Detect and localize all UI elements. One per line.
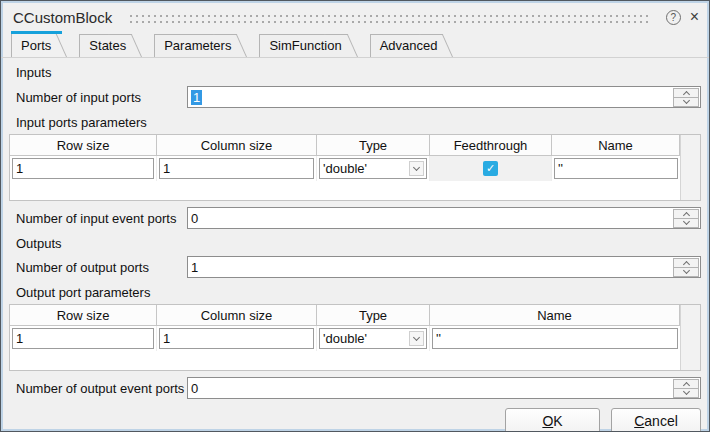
spin-down-button[interactable] [673,218,699,228]
row-size-input[interactable]: 1 [12,158,154,179]
number-of-input-ports-value: 1 [191,90,202,105]
input-ports-table: Row size Column size Type Feedthrough Na… [9,134,701,201]
type-dropdown[interactable]: 'double' [319,328,427,349]
type-dropdown-value: 'double' [320,331,367,346]
table-empty-area [10,351,680,370]
column-header-column-size: Column size [157,135,317,156]
number-of-output-ports-label: Number of output ports [9,260,187,275]
dialog-title: CCustomBlock [13,9,112,26]
chevron-down-icon [413,163,420,170]
dropdown-button[interactable] [409,161,424,176]
help-icon[interactable]: ? [666,10,681,25]
table-scrollbar-gutter [680,135,700,200]
feedthrough-checkbox[interactable]: ✓ [483,161,498,176]
close-icon[interactable]: × [690,10,699,24]
table-row: 1 [10,326,157,351]
chevron-down-icon [682,218,689,225]
spinner [673,88,699,106]
ccustomblock-dialog: CCustomBlock ? × Ports States Parameters… [0,0,710,432]
number-of-input-ports-field[interactable]: 1 [187,86,701,108]
column-header-name: Name [552,135,680,156]
column-header-type: Type [317,305,430,326]
input-ports-parameters-label: Input ports parameters [16,115,701,130]
number-of-output-ports-field[interactable]: 1 [187,256,701,278]
help-glyph: ? [670,12,676,23]
spinner [673,379,699,397]
type-dropdown-value: 'double' [320,161,367,176]
output-ports-table: Row size Column size Type Name 1 1 'doub… [9,304,701,371]
column-size-input[interactable]: 1 [159,328,314,349]
tab-ports[interactable]: Ports [11,31,55,57]
tab-states[interactable]: States [79,34,130,57]
chevron-down-icon [682,267,689,274]
chevron-down-icon [682,97,689,104]
tab-parameters[interactable]: Parameters [154,34,235,57]
name-input[interactable]: '' [432,328,678,349]
table-row: 1 [10,156,157,181]
column-header-row-size: Row size [10,305,157,326]
column-header-feedthrough: Feedthrough [430,135,552,156]
chevron-down-icon [413,333,420,340]
dialog-button-row: OK Cancel [9,408,701,432]
output-port-parameters-label: Output port parameters [16,285,701,300]
outputs-section-label: Outputs [16,236,701,251]
tab-bar: Ports States Parameters SimFunction Adva… [1,30,709,58]
number-of-output-ports-value: 1 [191,260,198,275]
tab-simfunction[interactable]: SimFunction [259,34,345,57]
column-size-input[interactable]: 1 [159,158,314,179]
number-of-input-ports-row: Number of input ports 1 [9,86,701,108]
inputs-section-label: Inputs [16,65,701,80]
column-header-row-size: Row size [10,135,157,156]
number-of-output-event-ports-value: 0 [191,381,198,396]
checkmark-icon: ✓ [486,163,495,174]
number-of-input-ports-label: Number of input ports [9,90,187,105]
number-of-input-event-ports-field[interactable]: 0 [187,207,701,229]
number-of-output-ports-row: Number of output ports 1 [9,256,701,278]
titlebar-drag-handle[interactable] [128,12,651,23]
number-of-input-event-ports-label: Number of input event ports [9,211,187,226]
number-of-output-event-ports-field[interactable]: 0 [187,377,701,399]
spin-down-button[interactable] [673,388,699,398]
spin-down-button[interactable] [673,267,699,277]
number-of-output-event-ports-row: Number of output event ports 0 [9,377,701,399]
name-input[interactable]: '' [554,158,678,179]
chevron-down-icon [682,388,689,395]
spinner [673,258,699,276]
cancel-button[interactable]: Cancel [611,408,701,432]
number-of-input-event-ports-value: 0 [191,211,198,226]
table-scrollbar-gutter [680,305,700,370]
column-header-column-size: Column size [157,305,317,326]
type-dropdown[interactable]: 'double' [319,158,427,179]
column-header-type: Type [317,135,430,156]
titlebar: CCustomBlock ? × [1,1,709,30]
row-size-input[interactable]: 1 [12,328,154,349]
ports-tab-panel: Inputs Number of input ports 1 Input por… [1,65,709,432]
close-glyph: × [690,8,699,25]
tab-advanced[interactable]: Advanced [370,34,442,57]
column-header-name: Name [430,305,680,326]
spin-down-button[interactable] [673,97,699,107]
number-of-output-event-ports-label: Number of output event ports [9,381,187,396]
ok-button[interactable]: OK [505,408,600,432]
number-of-input-event-ports-row: Number of input event ports 0 [9,207,701,229]
table-empty-area [10,181,680,200]
spinner [673,209,699,227]
dropdown-button[interactable] [409,331,424,346]
